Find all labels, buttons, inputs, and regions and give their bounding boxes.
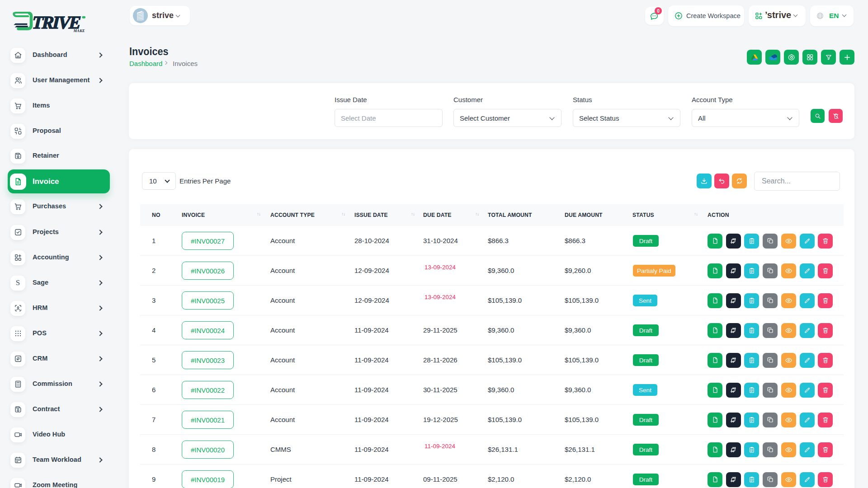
svg-text:MAKE: MAKE [73,28,85,33]
